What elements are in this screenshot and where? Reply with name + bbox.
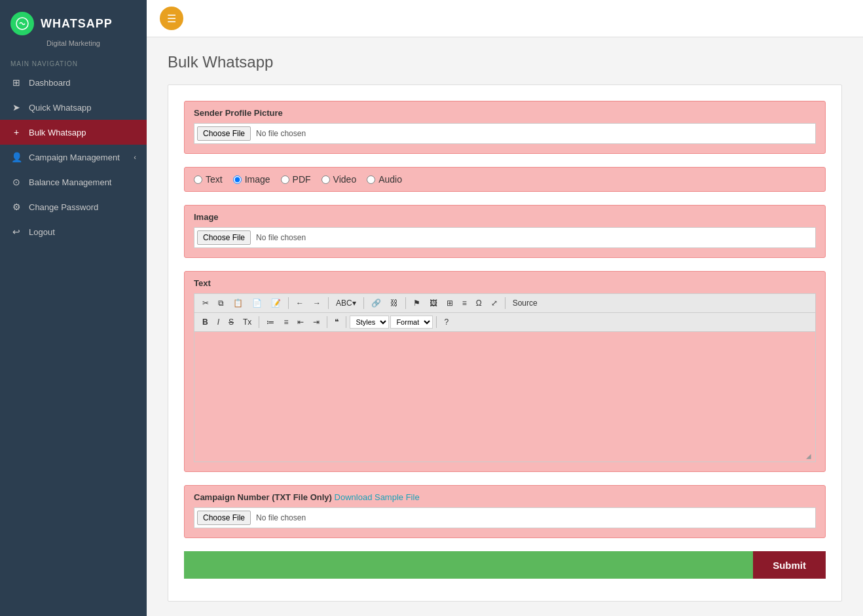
- sidebar-item-label: Balance Management: [29, 177, 111, 187]
- toolbar-special-char[interactable]: Ω: [472, 297, 486, 310]
- toolbar-clear-format[interactable]: Tx: [239, 316, 255, 329]
- sidebar-item-bulk-whatsapp[interactable]: + Bulk Whatsapp: [0, 120, 147, 145]
- submit-button[interactable]: Submit: [753, 551, 826, 579]
- submit-row: Submit: [184, 551, 826, 579]
- radio-audio[interactable]: Audio: [367, 174, 402, 185]
- toolbar-sep-8: [346, 316, 346, 328]
- radio-video-label: Video: [333, 174, 357, 185]
- toolbar-paste[interactable]: 📋: [229, 297, 247, 310]
- radio-audio-label: Audio: [378, 174, 402, 185]
- toolbar-unordered-list[interactable]: ≡: [280, 316, 292, 329]
- radio-image[interactable]: Image: [233, 174, 270, 185]
- toolbar-link[interactable]: 🔗: [367, 297, 385, 310]
- toolbar-redo[interactable]: →: [309, 297, 325, 310]
- toolbar-italic[interactable]: I: [213, 316, 223, 329]
- hamburger-icon: ☰: [167, 12, 176, 25]
- toolbar-paste-word[interactable]: 📝: [267, 297, 285, 310]
- sidebar-item-campaign-management[interactable]: 👤 Campaign Management ‹: [0, 145, 147, 170]
- sender-profile-file-input: Choose File No file chosen: [194, 123, 816, 144]
- sender-profile-no-file: No file chosen: [256, 129, 306, 138]
- sidebar-item-label: Quick Whatsapp: [29, 103, 91, 113]
- whatsapp-logo-icon: [10, 12, 34, 35]
- radio-text[interactable]: Text: [194, 174, 223, 185]
- sidebar-item-change-password[interactable]: ⚙ Change Password: [0, 194, 147, 219]
- toolbar-sep-7: [327, 316, 327, 328]
- toolbar-spellcheck[interactable]: ABC▾: [332, 297, 360, 310]
- radio-pdf-label: PDF: [293, 174, 311, 185]
- editor-resize-handle: ◢: [806, 452, 814, 460]
- radio-text-input[interactable]: [194, 175, 202, 184]
- quick-whatsapp-icon: ➤: [10, 102, 22, 113]
- sidebar-item-balance-management[interactable]: ⊙ Balance Management: [0, 170, 147, 194]
- toolbar-paste-text[interactable]: 📄: [248, 297, 266, 310]
- sidebar-item-dashboard[interactable]: ⊞ Dashboard: [0, 70, 147, 95]
- radio-audio-input[interactable]: [367, 175, 375, 184]
- sidebar-item-label: Bulk Whatsapp: [29, 128, 86, 137]
- toolbar-format-select[interactable]: Format: [390, 316, 433, 329]
- editor-toolbar: ✂ ⧉ 📋 📄 📝 ← → ABC▾ 🔗 ⛓ ⚑ 🖼 ⊞: [194, 293, 816, 312]
- sidebar-item-quick-whatsapp[interactable]: ➤ Quick Whatsapp: [0, 95, 147, 120]
- sender-profile-label: Sender Profile Picture: [194, 108, 816, 118]
- balance-icon: ⊙: [10, 177, 22, 187]
- campaign-choose-button[interactable]: Choose File: [197, 511, 251, 525]
- download-sample-link[interactable]: Download Sample File: [335, 492, 420, 502]
- toolbar-undo[interactable]: ←: [292, 297, 308, 310]
- nav-label: MAIN NAVIGATION: [0, 55, 147, 70]
- password-icon: ⚙: [10, 202, 22, 212]
- text-editor-section: Text ✂ ⧉ 📋 📄 📝 ← → ABC▾ 🔗 ⛓: [184, 271, 826, 472]
- toolbar-list[interactable]: ≡: [458, 297, 471, 310]
- radio-video-input[interactable]: [321, 175, 330, 184]
- toolbar-ordered-list[interactable]: ≔: [263, 316, 278, 329]
- message-type-radio-group: Text Image PDF Video Audio: [184, 167, 826, 192]
- image-no-file: No file chosen: [256, 233, 306, 242]
- app-subtitle: Digital Marketing: [0, 39, 147, 55]
- toolbar-anchor[interactable]: ⚑: [409, 297, 424, 310]
- toolbar-sep-5: [505, 297, 505, 309]
- menu-toggle-button[interactable]: ☰: [160, 7, 183, 30]
- toolbar-sep-3: [363, 297, 364, 309]
- radio-pdf-input[interactable]: [281, 175, 289, 184]
- sidebar-item-label: Change Password: [29, 202, 98, 212]
- toolbar-copy[interactable]: ⧉: [214, 297, 228, 310]
- toolbar-strikethrough[interactable]: S: [225, 316, 238, 329]
- sender-profile-choose-button[interactable]: Choose File: [197, 126, 251, 141]
- image-choose-button[interactable]: Choose File: [197, 230, 251, 245]
- topbar: ☰: [147, 0, 863, 37]
- toolbar-image[interactable]: 🖼: [426, 297, 441, 310]
- toolbar-bold[interactable]: B: [198, 316, 212, 329]
- toolbar-blockquote[interactable]: ❝: [331, 316, 342, 329]
- sender-profile-section: Sender Profile Picture Choose File No fi…: [184, 101, 826, 154]
- toolbar-sep-4: [405, 297, 406, 309]
- chevron-icon: ‹: [134, 153, 136, 161]
- radio-image-input[interactable]: [233, 175, 242, 184]
- toolbar-indent-more[interactable]: ⇥: [309, 316, 323, 329]
- form-card: Sender Profile Picture Choose File No fi…: [168, 84, 842, 602]
- app-name: WHATSAPP: [41, 17, 113, 31]
- toolbar-styles-select[interactable]: Styles: [350, 316, 389, 329]
- toolbar-indent-less[interactable]: ⇤: [293, 316, 308, 329]
- radio-text-label: Text: [206, 174, 223, 185]
- radio-pdf[interactable]: PDF: [281, 174, 311, 185]
- toolbar-source[interactable]: Source: [509, 297, 542, 310]
- sidebar-item-label: Dashboard: [29, 78, 71, 88]
- campaign-label: Campaign Number (TXT File Only) Download…: [194, 492, 816, 502]
- toolbar-table[interactable]: ⊞: [443, 297, 457, 310]
- editor-body[interactable]: ◢: [194, 331, 816, 462]
- toolbar-help[interactable]: ?: [440, 316, 452, 329]
- main-content: ☰ Bulk Whatsapp Sender Profile Picture C…: [147, 0, 863, 616]
- page-title: Bulk Whatsapp: [168, 53, 842, 71]
- text-label: Text: [194, 278, 816, 288]
- sidebar-item-label: Logout: [29, 227, 55, 237]
- radio-video[interactable]: Video: [321, 174, 357, 185]
- submit-green-area: [184, 551, 753, 579]
- toolbar-maximize[interactable]: ⤢: [487, 297, 502, 310]
- campaign-no-file: No file chosen: [256, 513, 306, 522]
- image-label: Image: [194, 212, 816, 222]
- toolbar-sep-9: [436, 316, 437, 328]
- sidebar: WHATSAPP Digital Marketing MAIN NAVIGATI…: [0, 0, 147, 616]
- dashboard-icon: ⊞: [10, 77, 22, 88]
- campaign-section: Campaign Number (TXT File Only) Download…: [184, 485, 826, 538]
- toolbar-unlink[interactable]: ⛓: [386, 297, 402, 310]
- toolbar-cut[interactable]: ✂: [198, 297, 213, 310]
- sidebar-item-logout[interactable]: ↩ Logout: [0, 219, 147, 244]
